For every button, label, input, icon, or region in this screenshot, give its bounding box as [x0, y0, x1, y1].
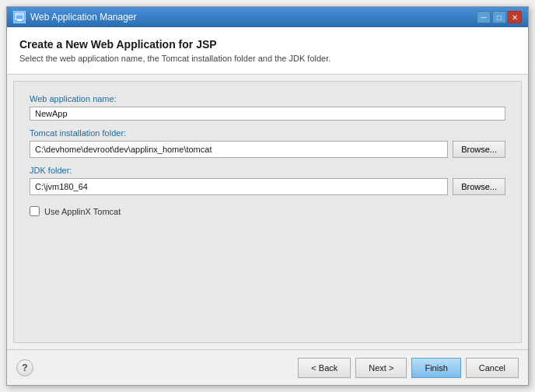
tomcat-folder-group: Tomcat installation folder: Browse...: [30, 128, 505, 158]
app-name-group: Web application name:: [30, 94, 505, 121]
tomcat-folder-row: Browse...: [30, 141, 505, 158]
title-bar-left: Web Application Manager: [13, 11, 137, 23]
jdk-browse-button[interactable]: Browse...: [453, 178, 505, 195]
close-button[interactable]: ✕: [508, 11, 522, 23]
page-title: Create a New Web Application for JSP: [19, 38, 516, 51]
finish-button[interactable]: Finish: [411, 358, 460, 378]
maximize-button[interactable]: □: [492, 11, 506, 23]
app-name-label: Web application name:: [30, 94, 505, 103]
back-button[interactable]: < Back: [298, 358, 351, 378]
app-icon: [13, 11, 26, 23]
svg-rect-0: [16, 13, 23, 19]
applinx-tomcat-checkbox[interactable]: [30, 206, 40, 216]
title-bar: Web Application Manager ─ □ ✕: [7, 7, 528, 27]
tomcat-folder-label: Tomcat installation folder:: [30, 128, 505, 138]
app-name-input[interactable]: [30, 107, 505, 121]
jdk-folder-label: JDK folder:: [30, 166, 505, 175]
tomcat-folder-input[interactable]: [30, 141, 448, 158]
page-subtitle: Select the web application name, the Tom…: [19, 54, 516, 63]
cancel-button[interactable]: Cancel: [466, 358, 519, 378]
footer: ? < Back Next > Finish Cancel: [7, 349, 528, 385]
minimize-button[interactable]: ─: [477, 11, 491, 23]
title-controls: ─ □ ✕: [477, 11, 522, 23]
help-button[interactable]: ?: [16, 359, 33, 376]
jdk-folder-row: Browse...: [30, 178, 505, 195]
next-button[interactable]: Next >: [355, 358, 407, 378]
content-area: Create a New Web Application for JSP Sel…: [7, 27, 528, 349]
header-section: Create a New Web Application for JSP Sel…: [7, 27, 528, 75]
footer-buttons: < Back Next > Finish Cancel: [298, 358, 519, 378]
main-window: Web Application Manager ─ □ ✕ Create a N…: [6, 6, 529, 386]
applinx-tomcat-label: Use ApplinX Tomcat: [44, 207, 121, 216]
form-section: Web application name: Tomcat installatio…: [13, 81, 522, 343]
tomcat-browse-button[interactable]: Browse...: [453, 141, 505, 158]
jdk-folder-input[interactable]: [30, 178, 448, 195]
svg-rect-2: [17, 19, 22, 21]
applinx-tomcat-row: Use ApplinX Tomcat: [30, 206, 505, 216]
footer-left: ?: [16, 359, 33, 376]
window-title: Web Application Manager: [30, 12, 137, 23]
jdk-folder-group: JDK folder: Browse...: [30, 166, 505, 195]
